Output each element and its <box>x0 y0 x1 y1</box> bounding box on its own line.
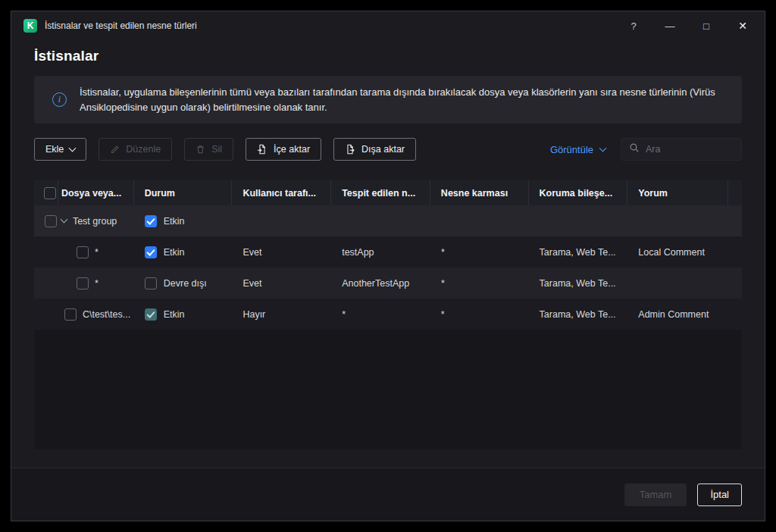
exclusions-table: Dosya veya... Durum Kullanıcı tarafı... … <box>34 180 742 449</box>
view-dropdown-label: Görüntüle <box>550 144 593 155</box>
table-row[interactable]: * Etkin Evet testApp * Tarama, Web Te...… <box>34 236 742 268</box>
minimize-button[interactable]: — <box>659 15 681 36</box>
column-header-user-defined[interactable]: Kullanıcı tarafı... <box>232 180 331 205</box>
row-object-hash: * <box>430 309 529 320</box>
view-dropdown[interactable]: Görüntüle <box>550 144 605 155</box>
row-components: Tarama, Web Te... <box>529 247 628 258</box>
row-detected-object: testApp <box>331 247 430 258</box>
group-checkbox[interactable] <box>45 215 57 227</box>
exclusions-dialog: K İstisnalar ve tespit edilen nesne türl… <box>11 11 765 521</box>
row-checkbox[interactable] <box>64 308 77 321</box>
info-banner: i İstisnalar, uygulama bileşenlerinin tü… <box>34 76 742 124</box>
row-user-defined: Evet <box>232 278 331 289</box>
ok-button[interactable]: Tamam <box>624 483 687 506</box>
column-header-file[interactable]: Dosya veya... <box>58 180 134 205</box>
chevron-down-icon <box>599 144 607 152</box>
row-components: Tarama, Web Te... <box>529 278 628 289</box>
pencil-icon <box>110 145 120 155</box>
export-button[interactable]: Dışa aktar <box>333 138 416 161</box>
expand-chevron-icon[interactable] <box>60 216 67 224</box>
export-button-label: Dışa aktar <box>361 144 405 155</box>
row-object-hash: * <box>430 278 529 289</box>
row-detected-object: AnotherTestApp <box>331 278 430 289</box>
export-icon <box>345 144 355 155</box>
trash-icon <box>196 145 205 155</box>
window-controls: ? — □ ✕ <box>609 15 754 36</box>
dialog-footer: Tamam İptal <box>11 468 765 521</box>
info-banner-text: İstisnalar, uygulama bileşenlerinin tümü… <box>80 85 725 114</box>
info-icon: i <box>52 92 67 107</box>
group-status-checkbox[interactable] <box>145 215 157 227</box>
row-path: C\test\tes... <box>83 309 130 320</box>
row-detected-object: * <box>331 309 430 320</box>
column-header-components[interactable]: Koruma bileşe... <box>529 180 628 205</box>
scrollbar-gutter <box>728 180 742 205</box>
delete-button[interactable]: Sil <box>184 138 233 161</box>
titlebar: K İstisnalar ve tespit edilen nesne türl… <box>11 11 765 40</box>
row-status-checkbox[interactable] <box>145 308 157 321</box>
row-checkbox[interactable] <box>77 277 89 289</box>
window-title: İstisnalar ve tespit edilen nesne türler… <box>45 20 197 31</box>
add-button[interactable]: Ekle <box>34 138 86 161</box>
group-status-label: Etkin <box>164 216 185 227</box>
row-status-label: Etkin <box>164 309 185 320</box>
column-header-status[interactable]: Durum <box>134 180 233 205</box>
column-header-detected-object[interactable]: Tespit edilen n... <box>331 180 430 205</box>
import-button-label: İçe aktar <box>274 144 310 155</box>
row-object-hash: * <box>430 247 529 258</box>
row-components: Tarama, Web Te... <box>529 309 628 320</box>
chevron-down-icon <box>69 144 77 152</box>
help-button[interactable]: ? <box>622 15 645 36</box>
table-group-row[interactable]: Test group Etkin <box>34 205 742 236</box>
row-user-defined: Hayır <box>232 309 331 320</box>
column-header-comment[interactable]: Yorum <box>627 180 728 205</box>
search-icon <box>629 142 640 156</box>
row-status-checkbox[interactable] <box>145 246 157 258</box>
edit-button-label: Düzenle <box>126 144 161 155</box>
row-status-checkbox[interactable] <box>145 277 157 289</box>
page-title: İstisnalar <box>34 48 742 64</box>
group-name: Test group <box>73 216 117 227</box>
import-button[interactable]: İçe aktar <box>246 138 321 161</box>
close-button[interactable]: ✕ <box>731 15 754 36</box>
edit-button[interactable]: Düzenle <box>99 138 172 161</box>
add-button-label: Ekle <box>45 144 64 155</box>
table-row[interactable]: * Devre dışı Evet AnotherTestApp * Taram… <box>34 268 742 299</box>
row-path: * <box>95 247 99 258</box>
select-all-checkbox[interactable] <box>44 187 56 199</box>
row-checkbox[interactable] <box>77 246 89 258</box>
kaspersky-logo-icon: K <box>23 19 37 33</box>
toolbar: Ekle Düzenle Sil İçe aktar Dışa aktar Gö… <box>34 138 742 161</box>
delete-button-label: Sil <box>211 144 222 155</box>
row-user-defined: Evet <box>232 247 331 258</box>
cancel-button[interactable]: İptal <box>697 483 742 506</box>
maximize-button[interactable]: □ <box>695 15 718 36</box>
search-box <box>621 138 742 161</box>
search-input[interactable] <box>646 144 734 155</box>
row-comment: Admin Comment <box>627 309 728 320</box>
import-icon <box>257 144 268 155</box>
row-status-label: Etkin <box>164 247 185 258</box>
table-header-row: Dosya veya... Durum Kullanıcı tarafı... … <box>34 180 742 205</box>
row-path: * <box>95 278 99 289</box>
row-status-label: Devre dışı <box>164 278 207 289</box>
row-comment: Local Comment <box>627 247 728 258</box>
table-row[interactable]: C\test\tes... Etkin Hayır * * Tarama, We… <box>34 299 742 330</box>
column-header-object-hash[interactable]: Nesne karması <box>430 180 529 205</box>
